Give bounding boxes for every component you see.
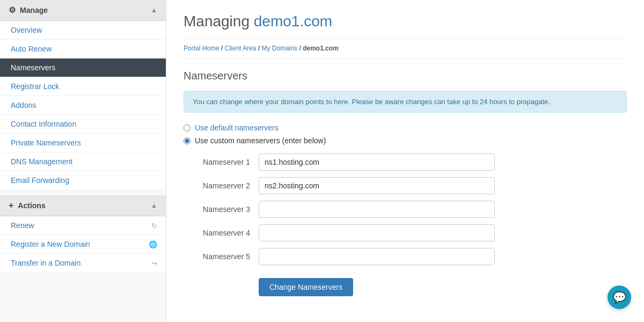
sidebar-item-dns-management[interactable]: DNS Management [0, 152, 166, 171]
radio-custom-label: Use custom nameservers (enter below) [195, 136, 326, 145]
breadcrumb: Portal Home / Client Area / My Domains /… [184, 45, 627, 59]
actions-section-header[interactable]: + Actions ▲ [0, 195, 166, 216]
breadcrumb-client-area[interactable]: Client Area [225, 45, 257, 52]
registrar-lock-link[interactable]: Registrar Lock [11, 82, 59, 91]
actions-section-label: Actions [18, 201, 45, 210]
ns4-input[interactable] [259, 224, 495, 241]
nameservers-label: Nameservers [11, 63, 55, 72]
chat-bubble[interactable]: 💬 [608, 286, 631, 309]
ns1-input[interactable] [259, 153, 495, 171]
sidebar-item-auto-renew[interactable]: Auto Renew [0, 40, 166, 58]
manage-section-header[interactable]: ⚙ Manage ▲ [0, 0, 166, 21]
auto-renew-link[interactable]: Auto Renew [11, 45, 52, 53]
transfer-in-link[interactable]: Transfer in a Domain [11, 259, 80, 267]
ns2-label: Nameserver 2 [184, 181, 259, 190]
sidebar-item-email-forwarding[interactable]: Email Forwarding [0, 171, 166, 190]
radio-group: Use default nameservers Use custom names… [184, 123, 627, 145]
change-nameservers-button[interactable]: Change Nameservers [259, 278, 353, 296]
nameserver-form: Nameserver 1 Nameserver 2 Nameserver 3 N… [184, 153, 627, 296]
chevron-up-icon-actions: ▲ [151, 202, 157, 209]
page-title: Managing demo1.com [184, 13, 627, 30]
ns3-input[interactable] [259, 201, 495, 218]
page-domain: demo1.com [254, 13, 332, 30]
refresh-icon: ↻ [151, 222, 157, 230]
overview-link[interactable]: Overview [11, 26, 42, 34]
sidebar-item-private-nameservers[interactable]: Private Nameservers [0, 134, 166, 152]
plus-icon: + [9, 201, 13, 210]
actions-section: + Actions ▲ Renew ↻ Register a New Domai… [0, 195, 166, 273]
breadcrumb-my-domains[interactable]: My Domains [261, 45, 297, 52]
ns4-label: Nameserver 4 [184, 229, 259, 237]
ns-row-2: Nameserver 2 [184, 177, 627, 194]
chevron-up-icon: ▲ [151, 6, 157, 14]
private-nameservers-link[interactable]: Private Nameservers [11, 138, 81, 147]
main-content: Managing demo1.com Portal Home / Client … [166, 0, 644, 322]
gear-icon: ⚙ [9, 5, 16, 15]
radio-custom-input[interactable] [184, 137, 191, 144]
sidebar-item-transfer-in[interactable]: Transfer in a Domain ↪ [0, 254, 166, 273]
addons-link[interactable]: Addons [11, 101, 36, 109]
manage-section: ⚙ Manage ▲ Overview Auto Renew Nameserve… [0, 0, 166, 190]
sidebar-item-addons[interactable]: Addons [0, 96, 166, 115]
section-title: Nameservers [184, 70, 627, 82]
page-title-prefix: Managing [184, 13, 254, 30]
transfer-icon: ↪ [151, 259, 157, 267]
ns5-input[interactable] [259, 248, 495, 265]
ns-row-4: Nameserver 4 [184, 224, 627, 241]
sidebar-item-contact-information[interactable]: Contact Information [0, 115, 166, 134]
ns5-label: Nameserver 5 [184, 252, 259, 261]
sidebar: ⚙ Manage ▲ Overview Auto Renew Nameserve… [0, 0, 166, 322]
register-domain-link[interactable]: Register a New Domain [11, 240, 90, 248]
radio-default-label[interactable]: Use default nameservers [195, 123, 279, 132]
manage-section-label: Manage [20, 6, 48, 14]
radio-default-input[interactable] [184, 125, 191, 131]
ns1-label: Nameserver 1 [184, 158, 259, 166]
info-box: You can change where your domain points … [184, 91, 627, 113]
ns-row-5: Nameserver 5 [184, 248, 627, 265]
radio-default-option[interactable]: Use default nameservers [184, 123, 627, 132]
globe-icon: 🌐 [149, 240, 157, 248]
sidebar-item-nameservers[interactable]: Nameservers [0, 58, 166, 77]
sidebar-item-overview[interactable]: Overview [0, 21, 166, 40]
sidebar-item-registrar-lock[interactable]: Registrar Lock [0, 77, 166, 96]
renew-link[interactable]: Renew [11, 221, 34, 230]
button-row: Change Nameservers [184, 272, 627, 296]
contact-information-link[interactable]: Contact Information [11, 120, 76, 128]
dns-management-link[interactable]: DNS Management [11, 157, 72, 166]
sidebar-item-renew[interactable]: Renew ↻ [0, 216, 166, 235]
breadcrumb-portal-home[interactable]: Portal Home [184, 45, 219, 52]
chat-icon: 💬 [613, 291, 626, 304]
email-forwarding-link[interactable]: Email Forwarding [11, 176, 69, 185]
breadcrumb-current: demo1.com [303, 45, 339, 52]
ns-row-1: Nameserver 1 [184, 153, 627, 171]
ns-row-3: Nameserver 3 [184, 201, 627, 218]
ns3-label: Nameserver 3 [184, 205, 259, 214]
sidebar-item-register-domain[interactable]: Register a New Domain 🌐 [0, 235, 166, 254]
radio-custom-option[interactable]: Use custom nameservers (enter below) [184, 136, 627, 145]
ns2-input[interactable] [259, 177, 495, 194]
